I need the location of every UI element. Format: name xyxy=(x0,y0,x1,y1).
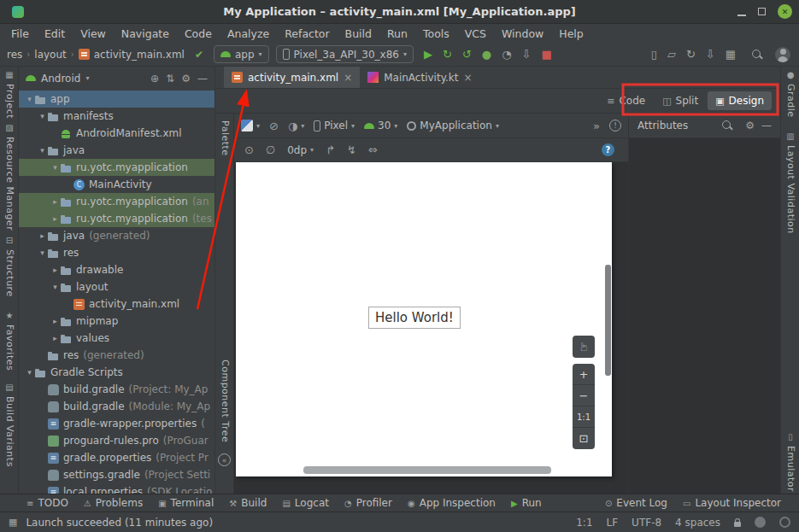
highlighting-level-icon[interactable] xyxy=(755,517,766,528)
stop-icon[interactable]: ■ xyxy=(538,48,555,61)
component-tree-tool-button[interactable]: Component Tree xyxy=(220,360,231,442)
status-widget[interactable]: 4 spaces xyxy=(675,517,720,529)
tree-chevron-icon[interactable]: ▸ xyxy=(50,317,61,325)
tree-row[interactable]: MainActivity xyxy=(19,176,214,193)
module-selector[interactable]: app ▾ xyxy=(214,45,269,63)
tab-main-activity-kt[interactable]: MainActivity.kt × xyxy=(360,67,479,88)
structure-icon[interactable]: ▦ xyxy=(722,48,739,61)
horizontal-scrollbar[interactable] xyxy=(303,466,551,474)
status-widget[interactable]: UTF-8 xyxy=(632,517,661,529)
tree-row[interactable]: gradle.properties (Project Pr xyxy=(19,449,214,466)
mode-split[interactable]: ◫ Split xyxy=(655,91,706,110)
tool-logcat[interactable]: ▤ Logcat xyxy=(274,494,337,512)
attach-debugger-icon[interactable]: ⇩ xyxy=(518,48,534,61)
lock-icon[interactable] xyxy=(734,522,741,527)
view-options-icon[interactable]: ⊙ xyxy=(244,143,254,156)
apply-code-changes-icon[interactable]: ↺ xyxy=(459,48,475,61)
status-widget[interactable]: LF xyxy=(607,517,619,529)
tool-button-layout-validation[interactable]: ▥ Layout Validation xyxy=(781,132,799,234)
zoom-out-button[interactable]: − xyxy=(573,385,595,406)
tree-row[interactable]: ▸ ru.yotc.myapplication (an xyxy=(19,193,214,210)
help-icon[interactable]: ? xyxy=(602,143,614,156)
status-widget[interactable]: 1:1 xyxy=(576,517,592,529)
zoom-in-button[interactable]: + xyxy=(573,364,595,385)
maximize-button[interactable] xyxy=(758,8,766,15)
tree-row[interactable]: settings.gradle (Project Setti xyxy=(19,466,214,483)
tool-button-emulator[interactable]: ▯ Emulator xyxy=(781,432,799,492)
tool-profiler[interactable]: ◔ Profiler xyxy=(337,494,400,512)
run-icon[interactable]: ▶ xyxy=(420,48,436,61)
hide-panel-icon[interactable]: — xyxy=(197,73,208,85)
autoconnect-off-icon[interactable]: ∅ xyxy=(266,143,275,156)
tree-row[interactable]: ▾ Gradle Scripts xyxy=(19,364,214,381)
tree-chevron-icon[interactable]: ▸ xyxy=(50,334,61,342)
close-icon[interactable]: × xyxy=(464,72,473,84)
restore-panels-icon[interactable]: « xyxy=(218,453,231,466)
menu-item[interactable]: VCS xyxy=(457,26,494,42)
device-size-selector[interactable]: Pixel ▾ xyxy=(314,120,355,132)
tool-button-build-variants[interactable]: ▤ Build Variants xyxy=(0,383,19,467)
pan-button[interactable]: ☞ xyxy=(573,336,595,358)
tree-chevron-icon[interactable]: ▸ xyxy=(50,214,61,223)
tool-button-gradle[interactable]: ● Gradle xyxy=(781,70,799,118)
mode-design[interactable]: ▣ Design xyxy=(708,91,772,110)
apply-changes-icon[interactable]: ↻ xyxy=(439,48,455,61)
menu-item[interactable]: Analyze xyxy=(220,26,277,42)
design-surface-selector[interactable]: ▾ xyxy=(241,120,260,132)
search-icon[interactable] xyxy=(751,49,763,61)
theme-selector[interactable]: MyApplication ▾ xyxy=(407,120,499,132)
memory-indicator-icon[interactable] xyxy=(779,517,790,528)
mode-code[interactable]: ≡ Code xyxy=(599,91,653,110)
locate-file-icon[interactable]: ⊕ xyxy=(150,73,159,85)
tree-row[interactable]: AndroidManifest.xml xyxy=(19,125,214,142)
tool-button-project[interactable]: ▦ Project xyxy=(0,70,19,119)
tree-chevron-icon[interactable]: ▾ xyxy=(24,368,35,377)
blueprint-mode-icon[interactable]: ⊘ xyxy=(269,120,279,132)
chevron-down-icon[interactable]: ▾ xyxy=(85,74,89,82)
issue-panel-icon[interactable]: ! xyxy=(609,120,621,132)
tree-row[interactable]: ▾ res xyxy=(19,244,214,261)
device-selector[interactable]: Pixel_3a_API_30_x86 ▾ xyxy=(276,45,414,63)
tree-chevron-icon[interactable]: ▾ xyxy=(37,112,48,120)
tree-chevron-icon[interactable]: ▸ xyxy=(50,266,61,274)
tree-chevron-icon[interactable]: ▸ xyxy=(50,197,61,206)
tree-chevron-icon[interactable]: ▾ xyxy=(37,146,48,155)
sdk-manager-icon[interactable]: ⇩ xyxy=(702,48,719,61)
vertical-scrollbar[interactable] xyxy=(605,265,611,376)
debug-icon[interactable]: ● xyxy=(479,48,495,61)
tree-chevron-icon[interactable]: ▾ xyxy=(50,163,61,172)
tree-chevron-icon[interactable]: ▾ xyxy=(37,248,48,257)
tool-button-structure[interactable]: ⊟ Structure xyxy=(0,236,19,297)
tool-windows-toggle-icon[interactable]: ▦ xyxy=(9,517,17,528)
close-icon[interactable]: × xyxy=(344,72,352,84)
orientation-selector[interactable]: ◑ ▾ xyxy=(288,120,304,132)
menu-item[interactable]: Run xyxy=(379,26,415,42)
menu-item[interactable]: Help xyxy=(551,26,591,42)
tree-row[interactable]: activity_main.xml xyxy=(19,295,214,313)
breadcrumb-res[interactable]: res xyxy=(7,49,22,61)
tree-row[interactable]: build.gradle (Project: My_Ap xyxy=(19,381,214,398)
tree-row[interactable]: ▾ manifests xyxy=(19,108,214,125)
tree-row[interactable]: build.gradle (Module: My_Ap xyxy=(19,398,214,415)
menu-item[interactable]: Navigate xyxy=(114,26,177,42)
tool-build[interactable]: ⚒ Build xyxy=(221,494,274,512)
tree-row[interactable]: local.properties (SDK Locatio xyxy=(19,483,214,494)
profiler-icon[interactable]: ◔ xyxy=(498,48,514,61)
tree-row[interactable]: gradle-wrapper.properties ( xyxy=(19,415,214,432)
guidelines-icon[interactable]: ↱ xyxy=(326,143,335,156)
device-canvas[interactable]: Hello World! xyxy=(236,162,612,476)
avd-manager-icon[interactable]: ▱ xyxy=(664,48,679,61)
avatar[interactable] xyxy=(775,47,790,62)
tool-app-inspection[interactable]: ◉ App Inspection xyxy=(400,494,503,512)
tool-event-log[interactable]: ⊙ Event Log xyxy=(597,494,675,512)
tool-problems[interactable]: ⚠ Problems xyxy=(76,494,150,512)
tab-activity-main-xml[interactable]: activity_main.xml × xyxy=(224,67,360,88)
gear-icon[interactable]: ⚙ xyxy=(745,120,755,132)
tree-row[interactable]: ▸ values xyxy=(19,330,214,347)
tree-row[interactable]: ▸ drawable xyxy=(19,261,214,278)
tree-row[interactable]: res (generated) xyxy=(19,347,214,364)
tree-chevron-icon[interactable]: ▾ xyxy=(50,283,61,291)
minimize-button[interactable] xyxy=(737,15,746,16)
tree-row[interactable]: ▸ ru.yotc.myapplication (tes xyxy=(19,210,214,227)
pack-icon[interactable]: ⇔ xyxy=(368,143,378,156)
